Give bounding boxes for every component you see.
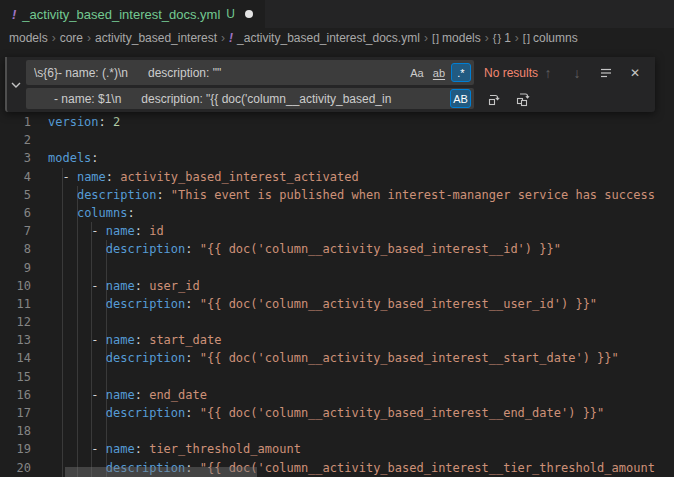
line-number: 13	[0, 331, 31, 349]
breadcrumb-item-columns[interactable]: [ ]columns	[523, 31, 578, 45]
horizontal-scrollbar[interactable]	[65, 467, 257, 477]
line-number: 4	[0, 168, 31, 186]
code-line: 10 - name: user_id	[0, 277, 674, 295]
previous-match-button[interactable]: ↑	[538, 63, 558, 83]
match-case-toggle[interactable]: Aa	[407, 63, 427, 82]
code-line: 1version: 2	[0, 113, 674, 131]
array-icon: [ ]	[523, 32, 529, 44]
code-line: 18	[0, 422, 674, 440]
code-line: 5 description: "This event is published …	[0, 186, 674, 204]
toggle-replace-button[interactable]	[7, 57, 26, 112]
replace-actions	[484, 89, 533, 109]
object-icon: { }	[493, 32, 500, 44]
code-lines: 1version: 223models:4 - name: activity_b…	[0, 113, 674, 477]
replace-options: AB	[450, 89, 471, 108]
line-number: 6	[0, 204, 31, 222]
replace-value-text: - name: $1\n description: "{{ doc('colum…	[34, 92, 450, 106]
breadcrumb-separator: ›	[485, 31, 489, 45]
find-input[interactable]: \s{6}- name: (.*)\n description: "" Aa a…	[26, 60, 474, 85]
breadcrumb-label: columns	[533, 31, 578, 45]
code-line: 14 description: "{{ doc('column__activit…	[0, 349, 674, 367]
replace-input[interactable]: - name: $1\n description: "{{ doc('colum…	[26, 88, 474, 109]
breadcrumb-separator: ›	[87, 31, 91, 45]
code-text: - name: activity_based_interest_activate…	[48, 170, 359, 184]
line-number: 20	[0, 459, 31, 477]
breadcrumb-item-core[interactable]: core	[60, 31, 83, 45]
find-in-selection-button[interactable]	[596, 63, 616, 83]
line-number: 18	[0, 422, 31, 440]
code-text: - name: start_date	[48, 333, 221, 347]
line-number: 11	[0, 295, 31, 313]
breadcrumb-item-1[interactable]: { }1	[493, 31, 511, 45]
code-text: version: 2	[48, 115, 120, 129]
array-icon: [ ]	[432, 32, 438, 44]
modified-dot-icon[interactable]	[245, 10, 253, 18]
line-number: 15	[0, 368, 31, 386]
code-line: 2	[0, 131, 674, 149]
code-text: - name: id	[48, 224, 164, 238]
breadcrumb-item-_activity_based_interest_docs.yml[interactable]: !_activity_based_interest_docs.yml	[229, 31, 420, 45]
breadcrumb: models›core›activity_based_interest›!_ac…	[0, 28, 674, 47]
code-line: 19 - name: tier_threshold_amount	[0, 440, 674, 458]
results-count: No results	[484, 66, 538, 80]
code-text: columns:	[48, 206, 135, 220]
code-text: - name: user_id	[48, 279, 200, 293]
replace-all-button[interactable]	[513, 89, 533, 109]
whole-word-toggle[interactable]: ab	[429, 63, 449, 82]
close-find-button[interactable]: ✕	[625, 63, 645, 83]
breadcrumb-separator: ›	[515, 31, 519, 45]
code-text: - name: tier_threshold_amount	[48, 442, 301, 456]
find-row: \s{6}- name: (.*)\n description: "" Aa a…	[26, 60, 651, 85]
breadcrumb-item-models[interactable]: [ ]models	[432, 31, 481, 45]
line-number: 1	[0, 113, 31, 131]
find-options: Aa ab .*	[407, 63, 471, 82]
find-query-text: \s{6}- name: (.*)\n description: ""	[34, 66, 407, 80]
replace-icon	[486, 91, 502, 107]
whole-word-icon: ab	[433, 67, 445, 79]
next-match-button[interactable]: ↓	[567, 63, 587, 83]
code-line: 3models:	[0, 149, 674, 167]
code-text: description: "{{ doc('column__activity_b…	[48, 406, 604, 420]
breadcrumb-label: 1	[504, 31, 511, 45]
find-replace-widget: \s{6}- name: (.*)\n description: "" Aa a…	[5, 57, 655, 112]
code-text: description: "{{ doc('column__activity_b…	[48, 297, 597, 311]
line-number: 19	[0, 440, 31, 458]
code-line: 17 description: "{{ doc('column__activit…	[0, 404, 674, 422]
regex-toggle[interactable]: .*	[451, 63, 471, 82]
tab-active-file[interactable]: ! _activity_based_interest_docs.yml U	[0, 0, 265, 28]
code-text: description: "{{ doc('column__activity_b…	[48, 351, 619, 365]
line-number: 16	[0, 386, 31, 404]
breadcrumb-label: models	[9, 31, 48, 45]
breadcrumb-item-activity_based_interest[interactable]: activity_based_interest	[95, 31, 217, 45]
code-line: 4 - name: activity_based_interest_activa…	[0, 168, 674, 186]
vscode-window: ! _activity_based_interest_docs.yml U mo…	[0, 0, 674, 477]
code-line: 13 - name: start_date	[0, 331, 674, 349]
code-line: 6 columns:	[0, 204, 674, 222]
breadcrumb-separator: ›	[221, 31, 225, 45]
breadcrumb-item-models[interactable]: models	[9, 31, 48, 45]
find-actions: ↑ ↓ ✕	[538, 63, 651, 83]
line-number: 5	[0, 186, 31, 204]
preserve-case-toggle[interactable]: AB	[450, 89, 471, 108]
chevron-down-icon	[10, 79, 22, 91]
replace-row: - name: $1\n description: "{{ doc('colum…	[26, 88, 651, 109]
line-number: 10	[0, 277, 31, 295]
line-number: 17	[0, 404, 31, 422]
code-line: 15	[0, 368, 674, 386]
find-in-selection-icon	[599, 66, 613, 80]
code-text: description: "{{ doc('column__activity_b…	[48, 242, 561, 256]
find-replace-fields: \s{6}- name: (.*)\n description: "" Aa a…	[26, 57, 655, 112]
line-number: 9	[0, 259, 31, 277]
replace-all-icon	[515, 91, 531, 107]
breadcrumb-label: activity_based_interest	[95, 31, 217, 45]
code-line: 12	[0, 313, 674, 331]
line-number: 14	[0, 349, 31, 367]
line-number: 8	[0, 240, 31, 258]
code-line: 11 description: "{{ doc('column__activit…	[0, 295, 674, 313]
yaml-file-icon: !	[12, 7, 16, 22]
git-status-badge: U	[226, 7, 235, 21]
breadcrumb-label: models	[442, 31, 481, 45]
replace-button[interactable]	[484, 89, 504, 109]
breadcrumb-label: _activity_based_interest_docs.yml	[237, 31, 420, 45]
tab-filename: _activity_based_interest_docs.yml	[22, 7, 220, 22]
